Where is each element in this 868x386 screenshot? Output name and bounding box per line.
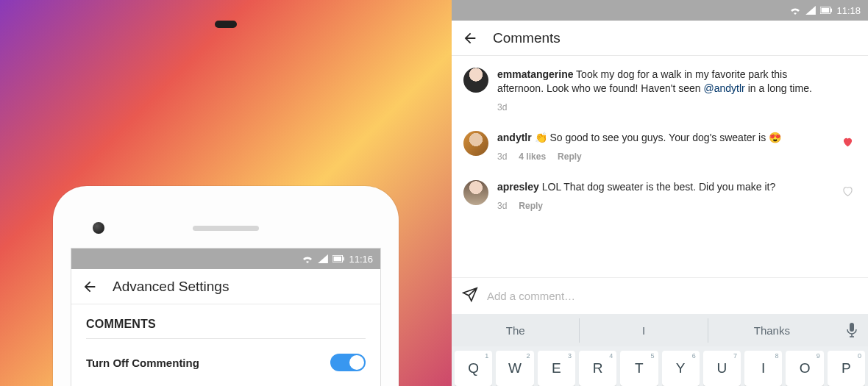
wifi-icon (302, 254, 313, 263)
reply-button[interactable]: Reply (519, 200, 543, 212)
svg-rect-7 (822, 8, 829, 12)
comment-body: andytlr 👏 So good to see you guys. Your … (497, 131, 830, 162)
phone-frame: 11:16 Advanced Settings COMMENTS Turn Of… (53, 186, 399, 386)
comment-likes[interactable]: 4 likes (519, 151, 546, 162)
phone-screen: 11:16 Advanced Settings COMMENTS Turn Of… (71, 248, 381, 386)
commenting-toggle[interactable] (330, 354, 366, 371)
app-bar: Advanced Settings (71, 269, 380, 304)
submit-button[interactable] (825, 278, 864, 315)
comment-username[interactable]: apresley (497, 181, 539, 193)
proximity-sensor (215, 21, 237, 28)
comment-age: 3d (497, 101, 507, 113)
appbar-title: Advanced Settings (113, 279, 229, 295)
toggle-label: Turn Off Commenting (86, 357, 199, 369)
right-panel: 11:18 Comments emmatangerine Took my dog… (452, 0, 868, 386)
arrow-left-icon (462, 30, 478, 46)
left-panel: 11:16 Advanced Settings COMMENTS Turn Of… (0, 0, 452, 386)
camera-dot (93, 222, 104, 234)
arrow-left-icon (82, 279, 98, 295)
like-button[interactable] (839, 180, 856, 196)
comment-meta: 3d (497, 96, 830, 113)
settings-content: COMMENTS Turn Off Commenting You can cha… (71, 304, 380, 386)
app-bar: Comments (452, 21, 868, 56)
heart-icon (842, 186, 853, 196)
toggle-row: Turn Off Commenting (86, 339, 366, 382)
svg-rect-9 (850, 323, 854, 332)
comment-input[interactable] (487, 290, 817, 302)
heart-icon (842, 137, 853, 147)
comment-username[interactable]: andytlr (497, 132, 532, 143)
comment-body: emmatangerine Took my dog for a walk in … (497, 68, 830, 113)
battery-icon (820, 7, 832, 14)
status-time: 11:16 (349, 254, 373, 265)
compose-bar (452, 277, 868, 314)
comments-list[interactable]: emmatangerine Took my dog for a walk in … (452, 56, 868, 277)
section-title: COMMENTS (86, 318, 366, 339)
status-bar: 11:16 (71, 249, 380, 269)
avatar[interactable] (463, 131, 488, 156)
signal-icon (318, 254, 328, 263)
svg-rect-8 (831, 9, 833, 12)
keyboard: 1Q2W3E4R5T6Y7U8I9O0P (452, 346, 868, 386)
battery-icon (332, 255, 344, 262)
like-button[interactable] (839, 68, 856, 74)
direct-icon[interactable] (462, 287, 478, 306)
back-button[interactable] (82, 279, 98, 295)
signal-icon (805, 6, 816, 15)
phone-bezel: 11:16 Advanced Settings COMMENTS Turn Of… (63, 196, 388, 386)
keyboard-key[interactable]: 2W (496, 351, 533, 386)
suggestion[interactable]: Thanks (708, 318, 836, 343)
keyboard-key[interactable]: 0P (828, 351, 865, 386)
mic-button[interactable] (836, 323, 868, 337)
back-button[interactable] (462, 30, 478, 46)
comment-row: emmatangerine Took my dog for a walk in … (452, 59, 868, 122)
keyboard-key[interactable]: 8I (744, 351, 782, 386)
suggestion[interactable]: I (580, 318, 708, 343)
comment-row: apresley LOL That dog sweater is the bes… (452, 171, 868, 221)
svg-rect-2 (344, 257, 345, 261)
check-icon (836, 287, 853, 305)
keyboard-key[interactable]: 7U (703, 351, 741, 386)
comment-meta: 3dReply (497, 194, 830, 212)
keyboard-key[interactable]: 4R (579, 351, 616, 386)
phone-sensors (71, 221, 381, 235)
avatar[interactable] (463, 68, 488, 93)
wifi-icon (789, 6, 801, 15)
reply-button[interactable]: Reply (558, 151, 582, 162)
comment-age: 3d (497, 151, 507, 162)
comment-meta: 3d4 likesReply (497, 145, 830, 162)
keyboard-row: 1Q2W3E4R5T6Y7U8I9O0P (455, 351, 865, 386)
comment-username[interactable]: emmatangerine (497, 68, 573, 80)
keyboard-key[interactable]: 6Y (662, 351, 700, 386)
avatar[interactable] (463, 180, 488, 205)
keyboard-key[interactable]: 1Q (455, 351, 492, 386)
status-bar: 11:18 (452, 0, 868, 21)
like-button[interactable] (839, 131, 856, 147)
comment-body: apresley LOL That dog sweater is the bes… (497, 180, 830, 212)
suggestion-bar: TheIThanks (452, 314, 868, 346)
speaker-grill (193, 226, 259, 231)
status-time: 11:18 (836, 5, 861, 16)
suggestion[interactable]: The (452, 318, 580, 343)
mention-link[interactable]: @andytlr (704, 82, 745, 94)
keyboard-key[interactable]: 9O (786, 351, 823, 386)
hint-text: You can change this later by going to th… (86, 382, 366, 386)
keyboard-key[interactable]: 5T (620, 351, 658, 386)
mic-icon (845, 323, 858, 337)
comment-row: andytlr 👏 So good to see you guys. Your … (452, 122, 868, 171)
appbar-title: Comments (493, 30, 561, 46)
svg-rect-1 (334, 257, 341, 261)
comment-age: 3d (497, 200, 507, 212)
keyboard-key[interactable]: 3E (538, 351, 575, 386)
comments-screen: 11:18 Comments emmatangerine Took my dog… (452, 0, 868, 386)
